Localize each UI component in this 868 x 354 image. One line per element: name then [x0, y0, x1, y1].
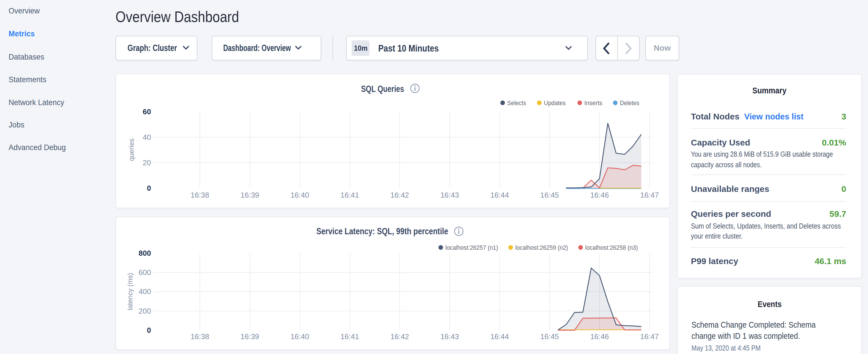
- svg-text:16:47: 16:47: [640, 332, 659, 341]
- svg-text:localhost:26259 (n2): localhost:26259 (n2): [515, 244, 568, 251]
- svg-text:200: 200: [139, 307, 151, 315]
- svg-text:16:41: 16:41: [340, 332, 359, 341]
- svg-text:20: 20: [143, 158, 151, 167]
- svg-text:16:41: 16:41: [340, 191, 359, 199]
- svg-text:16:42: 16:42: [390, 332, 409, 341]
- svg-text:16:45: 16:45: [540, 332, 559, 341]
- svg-text:16:47: 16:47: [640, 191, 659, 199]
- svg-text:Service Latency: SQL, 99th per: Service Latency: SQL, 99th percentile: [316, 226, 448, 236]
- svg-text:0: 0: [147, 326, 151, 334]
- svg-text:16:39: 16:39: [241, 191, 259, 199]
- svg-text:40: 40: [143, 133, 151, 141]
- svg-text:16:40: 16:40: [290, 191, 309, 199]
- svg-text:16:44: 16:44: [490, 191, 509, 199]
- svg-text:16:38: 16:38: [191, 191, 209, 199]
- svg-text:SQL Queries: SQL Queries: [361, 84, 404, 94]
- svg-text:Deletes: Deletes: [620, 99, 639, 106]
- svg-text:800: 800: [139, 249, 151, 257]
- svg-text:600: 600: [139, 268, 151, 277]
- svg-text:400: 400: [139, 287, 151, 296]
- svg-text:localhost:26257 (n1): localhost:26257 (n1): [445, 244, 498, 251]
- svg-text:Inserts: Inserts: [584, 99, 602, 106]
- svg-text:16:44: 16:44: [490, 332, 509, 341]
- svg-text:16:46: 16:46: [590, 332, 609, 341]
- svg-text:0: 0: [147, 184, 151, 192]
- svg-text:16:45: 16:45: [540, 191, 559, 199]
- svg-text:60: 60: [143, 107, 151, 116]
- svg-text:16:43: 16:43: [440, 191, 459, 199]
- svg-text:latency (ms): latency (ms): [126, 273, 134, 311]
- svg-text:16:43: 16:43: [440, 332, 459, 341]
- svg-text:queries: queries: [127, 139, 135, 161]
- svg-text:16:39: 16:39: [241, 332, 259, 341]
- svg-text:Selects: Selects: [507, 99, 526, 106]
- svg-text:localhost:26258 (n3): localhost:26258 (n3): [585, 244, 638, 251]
- svg-text:16:46: 16:46: [590, 191, 609, 199]
- svg-text:16:40: 16:40: [290, 332, 309, 341]
- svg-text:16:38: 16:38: [191, 332, 209, 341]
- svg-text:Updates: Updates: [544, 99, 566, 106]
- svg-text:16:42: 16:42: [390, 191, 409, 199]
